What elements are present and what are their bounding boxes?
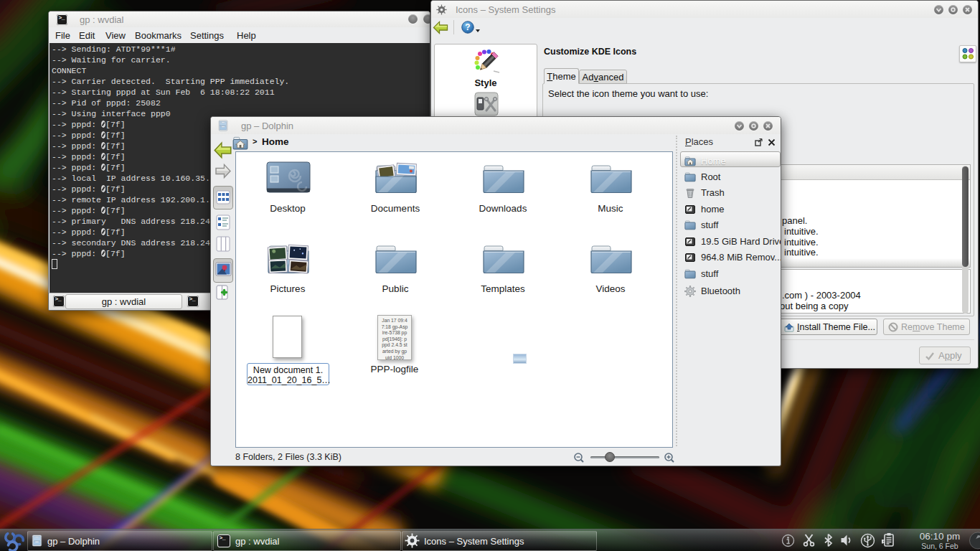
svg-text:?: ? (465, 22, 470, 32)
